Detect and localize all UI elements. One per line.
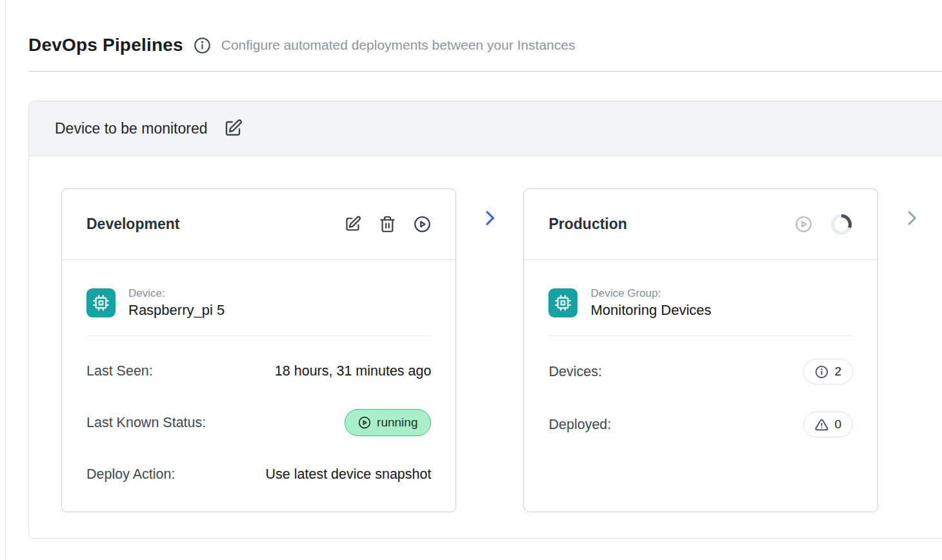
production-title: Production	[548, 215, 626, 233]
devices-count-badge[interactable]: 2	[803, 359, 853, 385]
page-subtitle: Configure automated deployments between …	[221, 37, 576, 53]
page-header: DevOps Pipelines Configure automated dep…	[0, 0, 942, 55]
edit-icon[interactable]	[223, 119, 243, 138]
deployed-count: 0	[834, 417, 841, 432]
left-border-line	[5, 0, 6, 560]
devices-count: 2	[834, 365, 841, 379]
device-group-name: Monitoring Devices	[590, 302, 711, 319]
panel-header: Device to be monitored	[29, 101, 942, 156]
deployed-count-badge[interactable]: 0	[803, 412, 853, 437]
warning-triangle-icon	[815, 418, 828, 432]
device-label: Device:	[128, 287, 225, 300]
device-name: Raspberry_pi 5	[128, 302, 225, 319]
production-card-body: Device Group: Monitoring Devices Devices…	[524, 260, 877, 512]
panel-title: Device to be monitored	[55, 120, 208, 137]
production-card-header: Production	[524, 189, 877, 260]
last-seen-value: 18 hours, 31 minutes ago	[275, 363, 432, 379]
deploy-action-value: Use latest device snapshot	[266, 466, 432, 483]
info-icon	[815, 365, 828, 379]
device-group-label: Device Group:	[590, 287, 711, 300]
device-row: Device: Raspberry_pi 5	[86, 287, 431, 319]
last-known-status-label: Last Known Status:	[86, 415, 206, 431]
deployed-label: Deployed:	[548, 417, 611, 433]
development-card-body: Device: Raspberry_pi 5 Last Seen: 18 hou…	[62, 260, 456, 512]
development-title: Development	[86, 215, 179, 233]
play-circle-icon[interactable]	[414, 215, 431, 233]
production-actions	[795, 213, 853, 236]
development-card: Development	[61, 188, 456, 512]
trash-icon[interactable]	[379, 215, 396, 233]
cpu-chip-icon	[86, 288, 115, 317]
deployed-row: Deployed: 0	[548, 398, 853, 451]
status-badge: running	[345, 409, 431, 436]
edit-icon[interactable]	[344, 215, 361, 233]
status-text: running	[377, 415, 417, 430]
play-circle-icon	[358, 416, 371, 429]
pipeline-panel: Device to be monitored Development	[28, 101, 942, 539]
pipeline-arrow-icon	[479, 208, 500, 228]
device-identity: Device: Raspberry_pi 5	[128, 287, 225, 319]
devices-label: Devices:	[548, 364, 601, 380]
devices-row: Devices: 2	[548, 345, 853, 398]
info-icon[interactable]	[194, 37, 211, 54]
cpu-chip-icon	[548, 288, 577, 317]
card-divider	[548, 335, 853, 336]
play-circle-icon[interactable]	[795, 215, 812, 233]
device-group-row: Device Group: Monitoring Devices	[548, 287, 853, 319]
panel-body: Development	[29, 156, 942, 538]
page-title: DevOps Pipelines	[28, 35, 183, 55]
card-divider	[86, 335, 431, 336]
last-seen-label: Last Seen:	[86, 363, 153, 379]
loading-spinner-icon	[830, 213, 853, 236]
deploy-action-row: Deploy Action: Use latest device snapsho…	[86, 448, 431, 500]
next-chevron-icon[interactable]	[901, 208, 922, 228]
deploy-action-label: Deploy Action:	[86, 466, 175, 483]
last-known-status-row: Last Known Status: running	[86, 397, 431, 448]
last-seen-row: Last Seen: 18 hours, 31 minutes ago	[86, 345, 431, 397]
device-group-identity: Device Group: Monitoring Devices	[590, 287, 711, 319]
production-card: Production	[523, 188, 878, 512]
development-actions	[344, 215, 431, 233]
development-card-header: Development	[62, 189, 456, 260]
header-divider	[28, 71, 942, 72]
